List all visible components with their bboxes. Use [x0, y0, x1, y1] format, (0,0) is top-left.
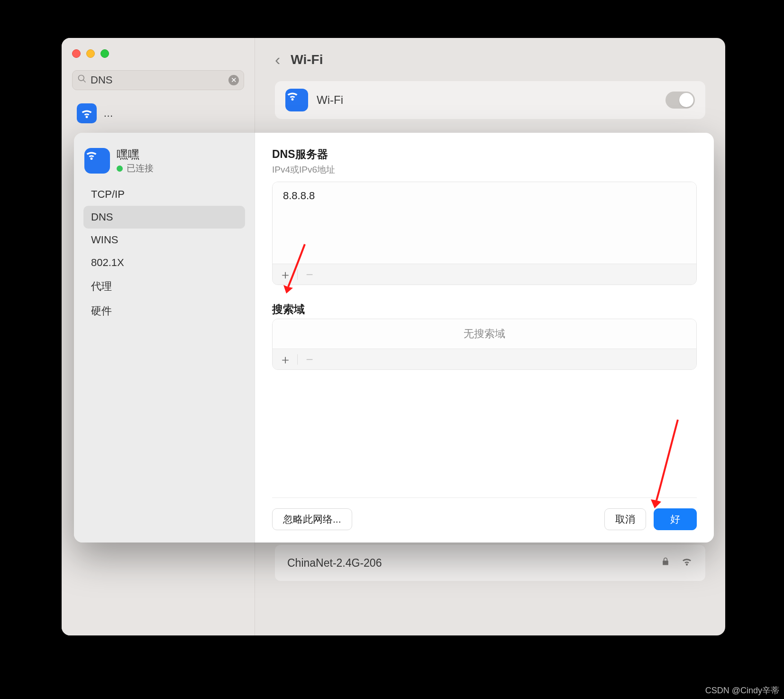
page-title: Wi-Fi [291, 52, 323, 67]
watermark: CSDN @Cindy辛蒂 [705, 685, 779, 696]
dns-servers-title: DNS服务器 [272, 147, 697, 162]
tab-list: TCP/IP DNS WINS 802.1X 代理 硬件 [83, 183, 245, 323]
search-domains-footer: ＋ − [273, 349, 696, 369]
modal-footer: 忽略此网络... 取消 好 [272, 497, 697, 543]
network-name: 嘿嘿 [117, 147, 154, 162]
add-dns-button[interactable]: ＋ [279, 268, 292, 281]
modal-content: DNS服务器 IPv4或IPv6地址 8.8.8.8 ＋ − 搜索域 无搜索域 … [255, 133, 714, 543]
back-button[interactable]: ‹ [275, 50, 280, 69]
network-status-label: 已连接 [127, 162, 154, 175]
svg-point-0 [79, 75, 84, 81]
dns-servers-body[interactable]: 8.8.8.8 [273, 182, 696, 264]
cancel-button[interactable]: 取消 [604, 508, 646, 530]
close-window-button[interactable] [72, 49, 81, 58]
wifi-icon [285, 89, 308, 111]
main-header: ‹ Wi-Fi [275, 38, 705, 81]
lock-icon [661, 557, 670, 569]
search-field[interactable]: ✕ [72, 70, 244, 90]
wifi-icon [84, 148, 110, 174]
tab-tcpip[interactable]: TCP/IP [83, 183, 245, 206]
modal-sidebar: 嘿嘿 已连接 TCP/IP DNS WINS 802.1X 代理 硬件 [74, 133, 255, 543]
search-domains-list: 无搜索域 ＋ − [272, 319, 697, 370]
tab-8021x[interactable]: 802.1X [83, 251, 245, 274]
maximize-window-button[interactable] [100, 49, 109, 58]
svg-line-1 [83, 80, 86, 83]
tab-dns[interactable]: DNS [83, 206, 245, 229]
network-name: ChinaNet-2.4G-206 [287, 557, 650, 570]
sidebar-item-label: … [103, 108, 113, 119]
ok-button[interactable]: 好 [654, 508, 697, 530]
search-domains-title: 搜索域 [272, 302, 697, 317]
remove-dns-button[interactable]: − [303, 268, 316, 281]
network-row[interactable]: ChinaNet-2.4G-206 [275, 545, 705, 581]
search-input[interactable] [91, 74, 225, 86]
divider [297, 269, 298, 280]
search-domains-empty[interactable]: 无搜索域 [273, 319, 696, 349]
dns-servers-subtitle: IPv4或IPv6地址 [272, 164, 697, 176]
dns-list-footer: ＋ − [273, 264, 696, 285]
window-controls [72, 49, 244, 58]
wifi-card-title: Wi-Fi [317, 93, 343, 107]
wifi-toggle[interactable] [665, 92, 695, 109]
wifi-master-card: Wi-Fi [275, 81, 705, 119]
minimize-window-button[interactable] [86, 49, 95, 58]
search-icon [77, 74, 87, 86]
forget-network-button[interactable]: 忽略此网络... [272, 508, 352, 530]
wifi-signal-icon [681, 555, 693, 570]
status-dot-icon [117, 166, 123, 172]
network-icon [77, 103, 97, 123]
tab-wins[interactable]: WINS [83, 229, 245, 251]
tab-hardware[interactable]: 硬件 [83, 299, 245, 323]
dns-entry[interactable]: 8.8.8.8 [283, 188, 686, 204]
network-detail-modal: 嘿嘿 已连接 TCP/IP DNS WINS 802.1X 代理 硬件 DNS服… [74, 133, 714, 543]
sidebar-item-network[interactable]: … [72, 101, 244, 126]
dns-servers-list: 8.8.8.8 ＋ − [272, 182, 697, 285]
network-header: 嘿嘿 已连接 [84, 147, 244, 175]
tab-proxy[interactable]: 代理 [83, 274, 245, 299]
add-domain-button[interactable]: ＋ [279, 353, 292, 366]
network-status: 已连接 [117, 162, 154, 175]
clear-search-button[interactable]: ✕ [228, 75, 239, 85]
divider [297, 354, 298, 365]
remove-domain-button[interactable]: − [303, 353, 316, 366]
